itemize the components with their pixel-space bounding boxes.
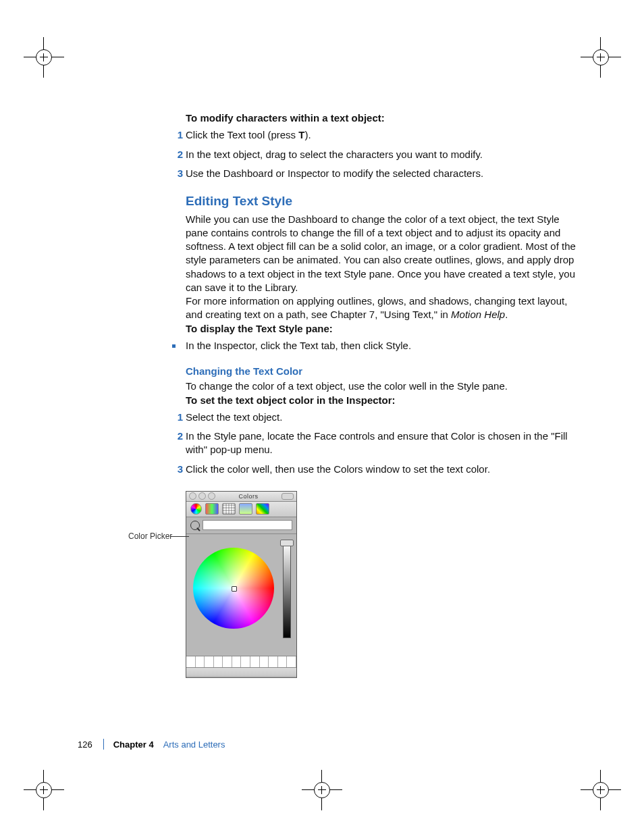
step-item: 1 Click the Text tool (press T). bbox=[186, 128, 577, 142]
swatch-cell bbox=[287, 656, 296, 667]
step-number: 1 bbox=[169, 128, 183, 142]
page-footer: 126 Chapter 4 Arts and Letters bbox=[78, 739, 225, 750]
toolbar-pill-icon bbox=[281, 493, 294, 500]
swatch-cell bbox=[260, 656, 269, 667]
crayons-mode-icon bbox=[256, 503, 269, 515]
swatch-cell bbox=[223, 656, 232, 667]
step-number: 1 bbox=[169, 411, 183, 424]
step-text: In the text object, drag to select the c… bbox=[186, 149, 483, 160]
swatch-cell bbox=[214, 656, 223, 667]
step-text: Click the Text tool (press T). bbox=[186, 129, 311, 140]
step-item: 3 Use the Dashboard or Inspector to modi… bbox=[186, 167, 577, 180]
color-picker-row bbox=[186, 517, 296, 534]
body-text-column: To modify characters within a text objec… bbox=[186, 111, 577, 677]
task-intro: To modify characters within a text objec… bbox=[186, 111, 577, 125]
chapter-title: Arts and Letters bbox=[163, 739, 225, 750]
swatch-row bbox=[186, 656, 296, 668]
window-footer bbox=[186, 668, 296, 676]
image-palettes-mode-icon bbox=[239, 503, 252, 515]
bullet-item: In the Inspector, click the Text tab, th… bbox=[186, 339, 577, 353]
swatch-cell bbox=[232, 656, 242, 667]
step-text: Click the color well, then use the Color… bbox=[186, 463, 490, 475]
color-wheel-area bbox=[186, 534, 296, 656]
swatch-cell bbox=[196, 656, 205, 667]
swatch-cell bbox=[278, 656, 288, 667]
step-number: 3 bbox=[169, 167, 183, 180]
step-item: 1 Select the text object. bbox=[186, 411, 577, 424]
page: To modify characters within a text objec… bbox=[0, 0, 644, 834]
traffic-close-icon bbox=[189, 492, 196, 500]
swatch-cell bbox=[241, 656, 250, 667]
figure-colors-window: Colors bbox=[186, 491, 297, 677]
figure-callout-label: Color Picker bbox=[128, 531, 172, 541]
step-item: 2 In the text object, drag to select the… bbox=[186, 148, 577, 161]
color-sliders-mode-icon bbox=[205, 503, 219, 515]
traffic-zoom-icon bbox=[208, 492, 215, 500]
print-registration-mark bbox=[302, 770, 342, 810]
brightness-slider-track bbox=[283, 542, 291, 638]
footer-divider bbox=[103, 739, 104, 750]
color-palettes-mode-icon bbox=[222, 503, 236, 515]
page-number: 126 bbox=[78, 739, 92, 750]
window-titlebar: Colors bbox=[186, 492, 296, 502]
color-wheel-mode-icon bbox=[190, 503, 202, 515]
traffic-minimize-icon bbox=[198, 492, 206, 500]
step-text: Select the text object. bbox=[186, 411, 282, 423]
step-text: In the Style pane, locate the Face contr… bbox=[186, 430, 568, 455]
paragraph: To change the color of a text object, us… bbox=[186, 380, 577, 393]
step-item: 2 In the Style pane, locate the Face con… bbox=[186, 429, 577, 457]
swatch-cell bbox=[250, 656, 260, 667]
swatch-cell bbox=[205, 656, 214, 667]
figure-callout-line bbox=[170, 536, 189, 537]
task-intro: To display the Text Style pane: bbox=[186, 322, 577, 336]
task-intro: To set the text object color in the Insp… bbox=[186, 394, 577, 407]
print-registration-mark bbox=[581, 37, 621, 78]
section-heading: Editing Text Style bbox=[186, 192, 577, 210]
step-number: 3 bbox=[169, 463, 183, 476]
step-number: 2 bbox=[169, 429, 183, 443]
print-registration-mark bbox=[581, 770, 621, 810]
swatch-cell bbox=[269, 656, 278, 667]
subsection-heading: Changing the Text Color bbox=[186, 365, 577, 378]
step-text: Use the Dashboard or Inspector to modify… bbox=[186, 167, 483, 179]
swatch-cell bbox=[186, 656, 196, 667]
paragraph: For more information on applying outline… bbox=[186, 294, 577, 322]
step-number: 2 bbox=[169, 148, 183, 161]
print-registration-mark bbox=[24, 37, 64, 78]
paragraph: While you can use the Dashboard to chang… bbox=[186, 213, 577, 295]
window-title: Colors bbox=[217, 492, 279, 500]
color-mode-toolbar bbox=[186, 502, 296, 517]
color-preview-field bbox=[203, 520, 292, 530]
chapter-label: Chapter 4 bbox=[113, 739, 154, 750]
colors-window: Colors bbox=[186, 491, 297, 678]
brightness-slider-thumb bbox=[280, 540, 294, 546]
magnifier-icon bbox=[190, 521, 200, 530]
print-registration-mark bbox=[24, 770, 64, 810]
color-wheel-cursor bbox=[232, 586, 237, 592]
step-item: 3 Click the color well, then use the Col… bbox=[186, 463, 577, 476]
